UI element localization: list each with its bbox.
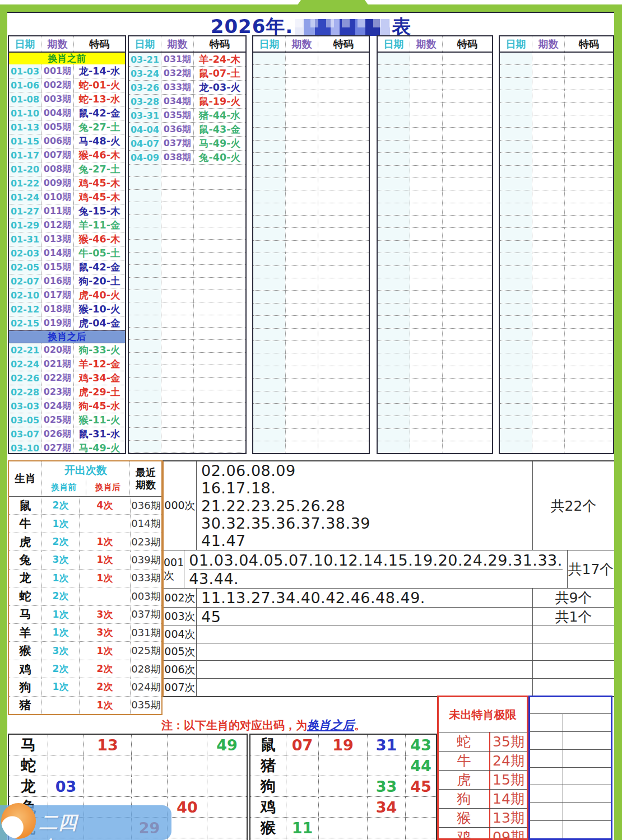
- result-row: 02-21020期狗-33-火: [9, 343, 125, 357]
- special-code-cell: [318, 178, 369, 190]
- special-code-cell: [565, 241, 613, 253]
- code-line: 16.17.18.: [201, 479, 528, 497]
- special-code-cell: 鼠-42-金: [74, 106, 125, 120]
- frequency-codes-cell: [197, 661, 532, 678]
- frequency-codes-cell: 45: [197, 608, 532, 626]
- date-cell: [129, 165, 161, 176]
- result-row: 01-17007期猴-46-木: [9, 148, 125, 162]
- special-code-cell: [318, 53, 369, 64]
- period-cell: [285, 391, 318, 403]
- number-cell: [319, 797, 368, 817]
- date-cell: [500, 353, 532, 365]
- period-cell: [161, 190, 194, 202]
- zodiac-number-row: 鼠07193143: [250, 735, 436, 755]
- main-table-group-3: 日期期数特码: [252, 35, 370, 454]
- special-code-column-header: 特码: [443, 36, 492, 52]
- period-cell: 016期: [41, 274, 74, 288]
- date-cell: 02-05: [9, 260, 41, 274]
- special-code-cell: [443, 228, 492, 240]
- date-cell: 02-12: [9, 302, 41, 316]
- period-cell: [410, 228, 443, 240]
- date-cell: [253, 141, 285, 152]
- special-code-cell: [443, 291, 492, 302]
- special-code-cell: [565, 278, 613, 290]
- period-cell: 023期: [41, 385, 74, 399]
- date-cell: [129, 190, 161, 202]
- special-code-cell: [565, 228, 613, 240]
- result-row: [378, 353, 492, 366]
- period-cell: [410, 341, 443, 353]
- period-cell: [532, 190, 565, 202]
- period-cell: [161, 177, 194, 189]
- result-row: [378, 65, 492, 77]
- date-cell: [253, 153, 285, 165]
- count-after-cell: 2次: [79, 660, 130, 678]
- special-code-cell: [318, 65, 369, 77]
- number-cell: [286, 755, 319, 776]
- result-row: [500, 128, 613, 140]
- date-cell: 01-08: [9, 92, 41, 106]
- result-row: [253, 166, 369, 178]
- special-code-cell: [565, 429, 613, 441]
- limit-period-cell: 14期: [490, 790, 527, 808]
- result-row: 04-09038期兔-40-火: [129, 151, 245, 165]
- frequency-row: 006次: [164, 661, 614, 679]
- period-cell: [410, 216, 443, 227]
- period-cell: [532, 353, 565, 365]
- period-cell: [532, 241, 565, 253]
- result-row: [500, 115, 613, 128]
- period-cell: [532, 429, 565, 441]
- date-column-header: 日期: [253, 36, 285, 52]
- date-cell: [378, 241, 410, 253]
- date-cell: [129, 278, 161, 290]
- date-cell: 02-03: [9, 246, 41, 260]
- period-cell: [532, 115, 565, 127]
- date-cell: [500, 379, 532, 390]
- result-row: [129, 328, 245, 340]
- code-line: 30.32.35.36.37.38.39: [201, 515, 528, 532]
- result-row: [253, 241, 369, 253]
- period-cell: [532, 53, 565, 64]
- period-cell: [410, 115, 443, 127]
- special-code-cell: [565, 341, 613, 353]
- special-code-cell: 兔-27-土: [74, 120, 125, 134]
- count-after-cell: 2次: [79, 678, 130, 696]
- special-code-cell: [194, 215, 245, 227]
- date-cell: [500, 278, 532, 290]
- result-row: [378, 53, 492, 65]
- period-cell: [161, 378, 194, 390]
- result-row: [378, 316, 492, 328]
- result-row: 01-03001期龙-14-水: [9, 64, 125, 78]
- count-before-cell: 3次: [42, 551, 79, 568]
- date-cell: [378, 441, 410, 453]
- number-cell: [207, 797, 247, 817]
- period-cell: [532, 304, 565, 315]
- special-code-cell: [194, 240, 245, 251]
- date-cell: [500, 366, 532, 378]
- special-code-cell: [443, 115, 492, 127]
- result-row: 03-10027期马-49-火: [9, 441, 125, 454]
- unissued-zodiac-limit-box: 未出特肖极限 蛇35期牛24期虎15期狗14期猴13期鸡09期: [437, 696, 528, 840]
- limit-row: 猴13期: [439, 808, 527, 827]
- date-cell: [129, 177, 161, 189]
- date-cell: [378, 404, 410, 416]
- date-cell: [378, 78, 410, 90]
- bottom-right-table: 鼠07193143猪44狗3345鸡34猴11羊122448: [249, 734, 437, 840]
- limit-row: 虎15期: [439, 770, 527, 789]
- period-cell: [410, 53, 443, 64]
- special-code-cell: 兔-40-火: [194, 151, 245, 164]
- special-code-cell: [194, 177, 245, 189]
- result-row: [500, 53, 613, 65]
- result-row: 03-05025期猴-11-火: [9, 413, 125, 427]
- period-cell: [532, 316, 565, 328]
- period-cell: 007期: [41, 148, 74, 162]
- special-code-cell: [318, 391, 369, 403]
- period-cell: 001期: [41, 64, 74, 78]
- result-row: [378, 90, 492, 102]
- special-code-cell: [318, 266, 369, 278]
- result-row: [500, 153, 613, 165]
- special-code-cell: 马-48-火: [74, 134, 125, 148]
- period-cell: [410, 291, 443, 302]
- date-column-header: 日期: [9, 36, 41, 52]
- period-cell: [285, 90, 318, 102]
